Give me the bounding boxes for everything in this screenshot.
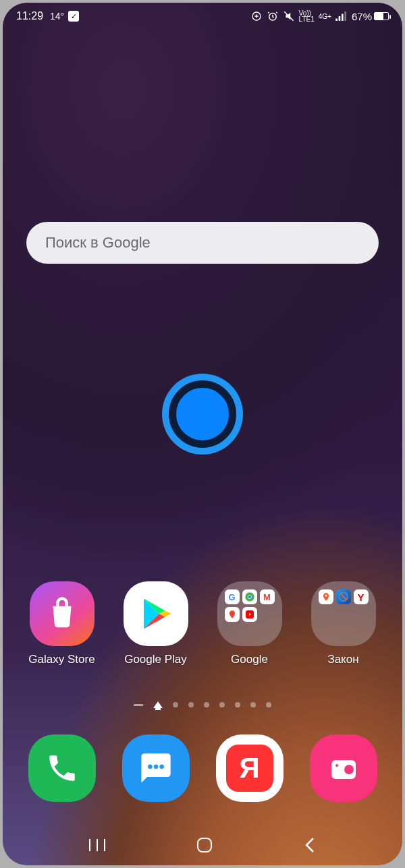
google-play-icon — [124, 581, 188, 646]
svg-line-2 — [284, 11, 294, 21]
page-dot[interactable] — [173, 702, 178, 707]
page-dot-current[interactable] — [153, 701, 163, 708]
battery-indicator: 67% — [352, 11, 389, 22]
app-label: Galaxy Store — [28, 653, 94, 666]
touch-indicator-icon — [169, 380, 236, 448]
checkmark-notification-icon: ✓ — [68, 11, 79, 22]
page-dot[interactable] — [134, 704, 143, 706]
google-search-widget[interactable] — [26, 222, 379, 264]
nav-back-button[interactable] — [303, 836, 317, 854]
search-input[interactable] — [45, 234, 360, 252]
galaxy-store-icon — [30, 581, 94, 646]
gmail-icon: M — [260, 589, 275, 604]
svg-point-11 — [325, 595, 327, 597]
nav-recents-button[interactable] — [88, 838, 106, 852]
volte-indicator: Vo)) LTE1 — [299, 10, 315, 22]
app-mini-icon — [319, 589, 333, 604]
yandex-icon: Я — [226, 745, 273, 792]
svg-point-15 — [153, 765, 158, 770]
svg-point-16 — [159, 765, 164, 770]
folder-label: Закон — [327, 653, 358, 666]
svg-rect-4 — [339, 16, 341, 21]
svg-rect-3 — [335, 19, 338, 22]
svg-point-19 — [335, 764, 338, 767]
yandex-mini-icon: Y — [354, 589, 369, 604]
svg-rect-5 — [342, 14, 344, 22]
youtube-icon — [242, 607, 257, 622]
empty-slot — [260, 607, 275, 622]
svg-rect-23 — [198, 838, 211, 852]
chrome-icon — [242, 589, 257, 604]
page-dot[interactable] — [219, 702, 225, 707]
page-dot[interactable] — [188, 702, 194, 707]
folder-google[interactable]: G M Google — [206, 581, 294, 666]
svg-rect-6 — [344, 11, 346, 21]
dock-yandex[interactable]: Я — [216, 734, 284, 802]
app-mini-icon — [336, 589, 351, 604]
navigation-bar — [3, 825, 402, 865]
page-dot[interactable] — [204, 702, 209, 707]
page-dot[interactable] — [250, 702, 256, 707]
app-label: Google Play — [124, 653, 187, 666]
page-indicator[interactable] — [3, 701, 402, 708]
dock: Я — [3, 734, 402, 802]
phone-icon — [45, 751, 79, 785]
volte-bottom-label: LTE1 — [299, 16, 315, 22]
svg-point-18 — [344, 765, 354, 774]
page-dot[interactable] — [235, 702, 240, 707]
data-saver-icon — [250, 10, 263, 22]
svg-point-14 — [148, 765, 153, 770]
camera-icon — [327, 752, 360, 784]
google-g-icon: G — [225, 589, 240, 604]
page-dot[interactable] — [266, 702, 271, 707]
app-row: Galaxy Store Google Play G M — [3, 581, 402, 666]
mute-icon — [283, 10, 295, 22]
dock-camera[interactable] — [310, 734, 377, 802]
nav-home-button[interactable] — [196, 836, 213, 854]
status-right: Vo)) LTE1 4G+ 67% — [250, 10, 389, 22]
network-type: 4G+ — [319, 13, 331, 20]
folder-icon: Y — [311, 581, 376, 646]
dock-messages[interactable] — [122, 734, 190, 802]
dock-phone[interactable] — [28, 734, 96, 802]
folder-label: Google — [231, 653, 268, 666]
app-galaxy-store[interactable]: Galaxy Store — [18, 581, 106, 666]
signal-icon — [335, 10, 348, 22]
battery-icon — [374, 12, 389, 20]
status-time: 11:29 — [16, 10, 43, 22]
alarm-icon — [267, 10, 279, 22]
messages-icon — [138, 751, 173, 786]
app-google-play[interactable]: Google Play — [112, 581, 200, 666]
folder-icon: G M — [217, 581, 282, 646]
status-bar: 11:29 14° ✓ Vo)) LTE1 4G+ 67% — [3, 3, 402, 30]
battery-percentage: 67% — [352, 11, 372, 22]
folder-zakon[interactable]: Y Закон — [300, 581, 387, 666]
status-left: 11:29 14° ✓ — [16, 10, 79, 22]
status-temperature: 14° — [50, 11, 64, 22]
maps-icon — [225, 607, 240, 622]
home-screen[interactable]: 11:29 14° ✓ Vo)) LTE1 4G+ 67% — [3, 3, 402, 865]
